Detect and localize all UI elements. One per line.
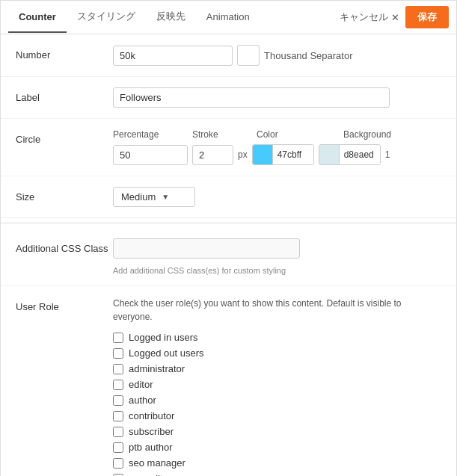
label-field-label: Label [16,87,113,103]
role-checkbox-subscriber[interactable] [113,427,123,437]
color-hex-text: 47cbff [272,144,313,165]
role-item-logged_in: Logged in users [113,330,441,345]
circle-label: Circle [16,129,113,145]
bg-number: 1 [385,149,390,160]
size-row: Size Medium ▼ [1,176,456,218]
percentage-input[interactable] [113,145,188,165]
tab-counter[interactable]: Counter [8,2,67,33]
role-checkbox-administrator[interactable] [113,364,123,374]
circle-inputs: px 47cbff d8eaed 1 [113,144,426,165]
separator-label: Thousand Separator [264,50,353,61]
label-input[interactable] [113,87,390,108]
role-item-editor: editor [113,377,441,392]
css-hint: Add additional CSS class(es) for custom … [113,266,286,275]
role-checkbox-contributor[interactable] [113,411,123,421]
tab-styling[interactable]: スタイリング [67,1,146,34]
bg-swatch-box [319,144,339,165]
number-row: Number Thousand Separator [1,34,456,77]
user-role-content: Check the user role(s) you want to show … [113,297,441,476]
user-role-description: Check the user role(s) you want to show … [113,297,441,324]
circle-controls: Percentage Stroke Color Background px 47… [113,129,426,165]
role-checkboxes: Logged in usersLogged out usersadministr… [113,330,441,476]
cancel-button[interactable]: キャンセル ✕ [340,10,399,24]
tab-animation[interactable]: Animation [196,2,260,33]
stroke-header: Stroke [192,129,252,140]
header-tabs: Counter スタイリング 反映先 Animation キャンセル ✕ 保存 [1,1,456,34]
circle-row: Circle Percentage Stroke Color Backgroun… [1,119,456,176]
role-label-subscriber: subscriber [129,426,174,437]
number-controls: Thousand Separator [113,45,441,66]
number-label: Number [16,45,113,61]
color-swatch[interactable]: 47cbff [252,144,314,165]
role-item-subscriber: subscriber [113,424,441,439]
css-class-label: Additional CSS Class [16,238,113,254]
bg-header: Background [343,129,426,140]
divider [1,223,456,223]
css-class-row: Additional CSS Class Add additional CSS … [1,228,456,286]
bg-hex-text: d8eaed [339,144,380,165]
stroke-input[interactable] [192,145,233,165]
separator-box [237,45,260,66]
css-class-input[interactable] [113,238,300,259]
px-label: px [238,149,248,160]
label-controls [113,87,441,108]
role-label-seo_manager: seo manager [129,457,185,469]
role-item-seo_manager: seo manager [113,455,441,471]
user-role-label: User Role [16,297,113,312]
user-role-row: User Role Check the user role(s) you wan… [1,286,456,476]
role-label-author: author [129,395,156,406]
page-wrapper: Counter スタイリング 反映先 Animation キャンセル ✕ 保存 … [0,0,457,476]
role-item-ptb_author: ptb author [113,439,441,455]
css-class-controls: Add additional CSS class(es) for custom … [113,238,441,275]
role-label-ptb_author: ptb author [129,442,173,453]
close-icon: ✕ [391,12,399,23]
color-swatch-box [253,144,272,165]
tab-target[interactable]: 反映先 [146,1,196,34]
role-checkbox-editor[interactable] [113,380,123,390]
size-controls: Medium ▼ [113,187,441,207]
role-item-contributor: contributor [113,408,441,424]
size-value: Medium [121,191,156,203]
role-label-contributor: contributor [129,410,174,421]
role-checkbox-logged_in[interactable] [113,333,123,343]
role-label-editor: editor [129,379,153,390]
role-checkbox-ptb_author[interactable] [113,442,123,453]
role-item-seo_editor: seo editor [113,471,441,476]
role-item-author: author [113,392,441,408]
chevron-down-icon: ▼ [162,193,169,201]
header-actions: キャンセル ✕ 保存 [340,6,449,28]
role-item-administrator: administrator [113,361,441,377]
role-label-administrator: administrator [129,363,185,374]
number-input[interactable] [113,46,233,66]
role-label-seo_editor: seo editor [129,473,171,476]
percentage-header: Percentage [113,129,188,140]
circle-headers: Percentage Stroke Color Background [113,129,426,140]
role-label-logged_in: Logged in users [129,332,198,343]
color-header: Color [257,129,339,140]
role-checkbox-seo_editor[interactable] [113,474,123,477]
form-content: Number Thousand Separator Label Circle P… [1,34,456,476]
save-button[interactable]: 保存 [405,6,449,28]
bg-swatch[interactable]: d8eaed [319,144,381,165]
label-row: Label [1,77,456,119]
role-checkbox-logged_out[interactable] [113,348,123,359]
size-dropdown[interactable]: Medium ▼ [113,187,195,207]
role-label-logged_out: Logged out users [129,347,203,359]
role-item-logged_out: Logged out users [113,345,441,361]
size-label: Size [16,187,113,203]
role-checkbox-author[interactable] [113,395,123,406]
role-checkbox-seo_manager[interactable] [113,458,123,469]
